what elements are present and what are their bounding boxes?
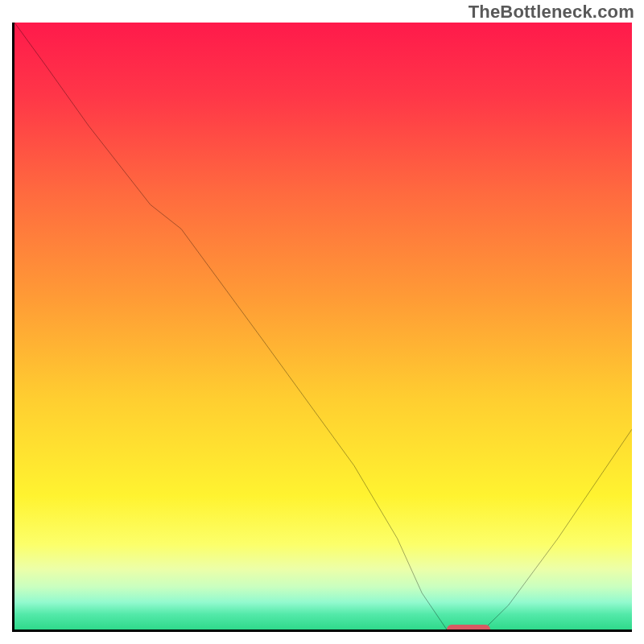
bottleneck-curve [14, 23, 632, 630]
attribution-text: TheBottleneck.com [469, 2, 634, 23]
optimal-range-marker [447, 625, 490, 632]
plot-area [12, 23, 632, 632]
